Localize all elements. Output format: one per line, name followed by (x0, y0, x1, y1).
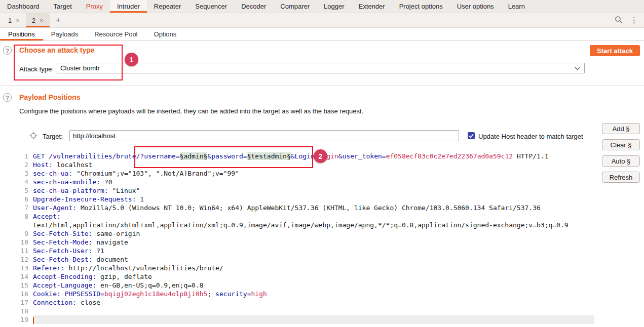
target-input[interactable] (69, 130, 459, 141)
code-segment: §admin§ (180, 152, 208, 160)
menu-item-dashboard[interactable]: Dashboard (0, 0, 47, 13)
request-line[interactable]: 6Upgrade-Insecure-Requests: 1 (0, 195, 644, 203)
request-line[interactable]: 15Accept-Language: en-GB,en-US;q=0.9,en;… (0, 281, 644, 290)
side-button-clear[interactable]: Clear § (602, 139, 640, 150)
update-host-label: Update Host header to match target (478, 133, 583, 140)
request-line[interactable]: 13Referer: http://localhost/vulnerabilit… (0, 264, 644, 272)
code-segment: en-GB,en-US;q=0.9,en;q=0.8 (96, 281, 203, 289)
start-attack-button[interactable]: Start attack (590, 45, 640, 56)
request-line[interactable]: 10Sec-Fetch-Mode: navigate (0, 238, 644, 247)
help-icon[interactable]: ? (3, 46, 12, 55)
request-line[interactable]: 7User-Agent: Mozilla/5.0 (Windows NT 10.… (0, 203, 644, 212)
menu-item-logger[interactable]: Logger (317, 0, 351, 13)
line-number: 7 (0, 204, 33, 212)
code-segment: http://localhost/vulnerabilities/brute/ (65, 264, 223, 272)
subtab-payloads[interactable]: Payloads (43, 28, 86, 40)
menu-item-comparer[interactable]: Comparer (273, 0, 317, 13)
code-segment: ; (207, 290, 215, 298)
subtab-options[interactable]: Options (146, 28, 185, 40)
request-line[interactable]: 19 (0, 315, 644, 324)
code-segment: HTTP/1.1 (513, 152, 548, 160)
payload-positions-heading: Payload Positions (19, 93, 81, 101)
code-segment: ?0 (100, 178, 112, 186)
request-line[interactable]: 16Cookie: PHPSESSID=bqigj02egh1c18eu4olp… (0, 290, 644, 298)
code-segment: "Chromium";v="103", ".Not/A)Brand";v="99… (72, 170, 239, 177)
line-content: Sec-Fetch-Mode: navigate (33, 238, 128, 247)
line-number: 8 (0, 213, 33, 220)
search-icon[interactable] (615, 16, 622, 25)
code-segment: Accept: (33, 213, 61, 220)
menu-item-intruder[interactable]: Intruder (110, 0, 147, 13)
subtab-resource-pool[interactable]: Resource Pool (86, 28, 145, 40)
line-number: 13 (0, 264, 33, 272)
line-content: Accept: (33, 212, 61, 221)
new-tab-button[interactable]: + (50, 13, 67, 27)
line-content: Connection: close (33, 298, 100, 307)
line-number: 1 (0, 152, 33, 160)
close-icon[interactable]: × (40, 17, 44, 24)
kebab-menu-icon[interactable]: ⋮ (630, 16, 638, 25)
code-segment: sec-ch-ua-mobile: (33, 178, 100, 186)
line-number: 19 (0, 316, 33, 323)
line-content: Cookie: PHPSESSID=bqigj02egh1c18eu4olp8j… (33, 290, 267, 298)
target-crosshair-icon (29, 132, 37, 141)
code-segment: navigate (92, 238, 128, 246)
request-line[interactable]: 14Accept-Encoding: gzip, deflate (0, 272, 644, 281)
menu-item-decoder[interactable]: Decoder (234, 0, 273, 13)
request-line[interactable]: 3sec-ch-ua: "Chromium";v="103", ".Not/A)… (0, 169, 644, 178)
target-label: Target: (43, 133, 63, 140)
line-content: Upgrade-Insecure-Requests: 1 (33, 195, 144, 203)
help-icon[interactable]: ? (3, 93, 12, 102)
request-line[interactable]: 17Connection: close (0, 298, 644, 307)
code-segment: 1 (136, 195, 144, 203)
menu-item-learn[interactable]: Learn (501, 0, 532, 13)
code-segment: "Linux" (108, 187, 140, 194)
side-button-add[interactable]: Add § (602, 123, 640, 134)
menu-item-repeater[interactable]: Repeater (147, 0, 188, 13)
attack-type-heading: Choose an attack type (19, 46, 95, 54)
code-segment: Upgrade-Insecure-Requests: (33, 195, 136, 203)
code-segment: ef058ecf83c0c2e7ed22367ad0a59c12 (386, 152, 513, 160)
line-content: Sec-Fetch-Site: same-origin (33, 229, 140, 238)
line-content: Accept-Language: en-GB,en-US;q=0.9,en;q=… (33, 281, 204, 290)
request-line[interactable]: 4sec-ch-ua-mobile: ?0 (0, 178, 644, 186)
close-icon[interactable]: × (16, 17, 20, 24)
menu-item-sequencer[interactable]: Sequencer (188, 0, 234, 13)
attack-type-value: Cluster bomb (60, 64, 99, 72)
line-number: 12 (0, 256, 33, 263)
menu-item-proxy[interactable]: Proxy (79, 0, 110, 13)
line-content: text/html,application/xhtml+xml,applicat… (33, 221, 569, 229)
request-line[interactable]: text/html,application/xhtml+xml,applicat… (0, 221, 644, 229)
code-segment: Referer: (33, 264, 65, 272)
menubar: DashboardTargetProxyIntruderRepeaterSequ… (0, 0, 644, 13)
update-host-checkbox[interactable] (468, 132, 475, 139)
menu-item-user-options[interactable]: User options (450, 0, 501, 13)
line-number: 2 (0, 161, 33, 169)
request-line[interactable]: 9Sec-Fetch-Site: same-origin (0, 229, 644, 238)
menu-item-target[interactable]: Target (47, 0, 79, 13)
line-number: 3 (0, 170, 33, 177)
menu-item-extender[interactable]: Extender (352, 0, 392, 13)
line-content: sec-ch-ua-platform: "Linux" (33, 186, 140, 195)
request-tab-1[interactable]: 1× (2, 13, 26, 27)
request-line[interactable]: 5sec-ch-ua-platform: "Linux" (0, 186, 644, 195)
line-number: 9 (0, 230, 33, 237)
request-tab-2[interactable]: 2× (26, 13, 50, 27)
line-content: sec-ch-ua-mobile: ?0 (33, 178, 112, 186)
request-line[interactable]: 11Sec-Fetch-User: ?1 (0, 247, 644, 255)
tab-label: 1 (8, 17, 12, 24)
code-segment (61, 290, 65, 298)
line-number: 5 (0, 187, 33, 194)
menu-item-project-options[interactable]: Project options (392, 0, 450, 13)
request-editor[interactable]: 1GET /vulnerabilities/brute/?username=§a… (0, 152, 644, 324)
annotation-step-2: 2 (314, 149, 327, 163)
chevron-down-icon (575, 66, 580, 70)
request-line[interactable]: 12Sec-Fetch-Dest: document (0, 255, 644, 264)
line-content: User-Agent: Mozilla/5.0 (Windows NT 10.0… (33, 203, 541, 212)
request-line[interactable]: 18 (0, 307, 644, 315)
line-content: GET /vulnerabilities/brute/?username=§ad… (33, 152, 549, 160)
code-segment: localhost (53, 161, 92, 169)
subtab-positions[interactable]: Positions (0, 28, 43, 40)
code-segment: sec-ch-ua: (33, 170, 72, 177)
request-line[interactable]: 8Accept: (0, 212, 644, 221)
